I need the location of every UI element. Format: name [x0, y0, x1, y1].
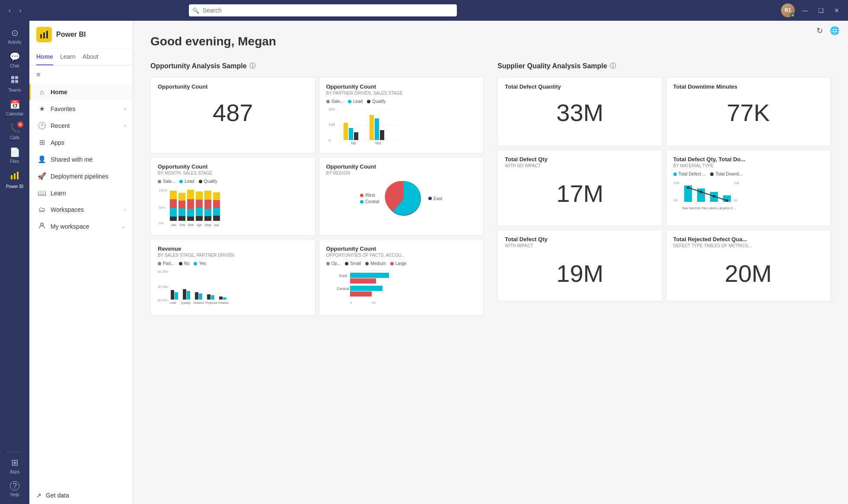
tile-defect-material-subtitle: BY MATERIAL TYPE	[673, 163, 824, 168]
sidebar-item-learn[interactable]: 📖 Learn	[29, 185, 133, 201]
tile-defect-no-impact-title: Total Defect Qty	[505, 156, 655, 163]
avatar[interactable]: R1	[781, 3, 795, 17]
svg-text:100: 100	[328, 122, 335, 127]
activity-icon: ⊙	[11, 28, 19, 38]
svg-text:0: 0	[328, 138, 331, 143]
supplier-info-icon[interactable]: ⓘ	[610, 62, 616, 70]
workspaces-icon: 🗂	[38, 206, 46, 214]
tile-total-rejected[interactable]: Total Rejected Defect Qua... DEFECT TYPE…	[666, 230, 831, 301]
tile-opp-facts-legend: Op... Small Medium Large	[326, 261, 477, 266]
svg-text:50%: 50%	[159, 206, 166, 210]
recent-chevron-icon: ›	[124, 123, 126, 129]
svg-point-93	[687, 186, 689, 189]
apps-rail-icon: ⊞	[11, 457, 19, 468]
tile-total-defect-qty[interactable]: Total Defect Quantity 33M	[497, 77, 663, 146]
rail-item-activity-label: Activity	[8, 40, 22, 45]
rail-item-powerbi[interactable]: Power BI	[3, 167, 27, 192]
tile-total-downtime[interactable]: Total Downtime Minutes 77K	[666, 77, 831, 146]
sidebar-item-deployment[interactable]: 🚀 Deployment pipelines	[29, 168, 133, 185]
svg-point-94	[700, 191, 702, 193]
app-layout: ⊙ Activity 💬 Chat Teams 📅 Calendar 📞	[0, 21, 848, 504]
minimize-button[interactable]: —	[798, 5, 811, 16]
tab-home[interactable]: Home	[36, 49, 53, 65]
myworkspace-icon	[38, 222, 46, 231]
rail-item-apps-label: Apps	[10, 469, 20, 474]
rail-item-help[interactable]: ? Help	[3, 478, 27, 501]
sidebar-item-shared[interactable]: 👤 Shared with me	[29, 151, 133, 168]
opportunity-tiles-grid: Opportunity Count 487 Opportunity Count …	[150, 77, 484, 316]
tile-opp-month[interactable]: Opportunity Count BY MONTH, SALES STAGE …	[150, 157, 316, 236]
nav-forward-button[interactable]: ›	[16, 5, 25, 16]
svg-text:10M: 10M	[673, 182, 679, 185]
sidebar-item-deployment-label: Deployment pipelines	[51, 173, 108, 180]
get-data-button[interactable]: ↗ Get data	[29, 487, 133, 504]
tile-opp-partner-legend: Sale... Lead Qualify	[326, 99, 477, 104]
svg-text:Jun: Jun	[214, 223, 219, 227]
svg-rect-67	[199, 293, 202, 300]
sidebar-item-shared-label: Shared with me	[51, 156, 92, 163]
tile-opp-region[interactable]: Opportunity Count BY REGION West Central	[319, 157, 484, 236]
svg-rect-30	[170, 208, 177, 217]
svg-rect-33	[179, 201, 185, 208]
search-input[interactable]	[189, 4, 457, 16]
tile-total-defect-qty-value: 33M	[505, 91, 655, 134]
svg-rect-36	[187, 190, 194, 199]
hamburger-button[interactable]: ≡	[29, 66, 133, 84]
tab-about[interactable]: About	[83, 49, 99, 65]
nav-back-button[interactable]: ‹	[5, 5, 14, 16]
sidebar-item-myworkspace[interactable]: My workspace ⌄	[29, 218, 133, 235]
tile-defect-material-chart: 10M 0M 10K 0K	[673, 179, 824, 220]
rail-item-calls[interactable]: 📞 ● Calls	[3, 120, 27, 144]
rail-item-apps[interactable]: ⊞ Apps	[3, 454, 27, 478]
svg-text:Yes: Yes	[375, 141, 381, 145]
learn-icon: 📖	[38, 189, 46, 197]
svg-text:Finalize: Finalize	[218, 301, 229, 304]
tile-total-defect-qty-title: Total Defect Quantity	[505, 83, 655, 90]
tile-opp-facts[interactable]: Opportunity Count OPPORTUNITIES OF FACTS…	[319, 239, 484, 316]
rail-item-chat[interactable]: 💬 Chat	[3, 48, 27, 72]
svg-rect-29	[170, 199, 177, 208]
maximize-button[interactable]: ❑	[815, 5, 827, 16]
sidebar-item-recent[interactable]: 🕐 Recent ›	[29, 117, 133, 134]
svg-rect-38	[187, 209, 194, 217]
help-rail-icon: ?	[10, 481, 19, 491]
svg-rect-19	[354, 132, 358, 140]
tile-defect-material[interactable]: Total Defect Qty, Total Do... BY MATERIA…	[666, 150, 831, 226]
title-bar-right: R1 — ❑ ✕	[781, 3, 843, 17]
sidebar-item-apps[interactable]: ⊞ Apps	[29, 134, 133, 151]
svg-rect-46	[204, 209, 211, 216]
rail-item-files[interactable]: 📄 Files	[3, 144, 27, 167]
tile-revenue[interactable]: Revenue BY SALES STAGE, PARTNER DRIVEN P…	[150, 239, 316, 316]
svg-rect-1	[15, 76, 18, 79]
tile-opp-count[interactable]: Opportunity Count 487	[150, 77, 316, 153]
svg-rect-9	[46, 31, 48, 38]
tile-defect-impact[interactable]: Total Defect Qty WITH IMPACT 19M	[497, 230, 663, 301]
tab-learn[interactable]: Learn	[60, 49, 76, 65]
rail-item-activity[interactable]: ⊙ Activity	[3, 24, 27, 48]
favorites-chevron-icon: ›	[124, 106, 126, 112]
teams-icon	[10, 75, 19, 86]
sidebar-item-workspaces[interactable]: 🗂 Workspaces ›	[29, 201, 133, 218]
svg-text:0%: 0%	[159, 221, 164, 225]
sidebar-item-recent-label: Recent	[51, 122, 70, 129]
svg-rect-49	[213, 200, 220, 208]
calls-badge: ●	[17, 121, 23, 128]
refresh-button[interactable]: ↻	[816, 26, 823, 35]
svg-text:Carton C...: Carton C...	[721, 207, 736, 210]
svg-rect-18	[349, 128, 353, 140]
recent-icon: 🕐	[38, 121, 46, 130]
svg-rect-65	[187, 291, 190, 300]
tile-opp-partner[interactable]: Opportunity Count BY PARTNER DRIVEN, SAL…	[319, 77, 484, 153]
sidebar-item-home[interactable]: ⌂ Home	[29, 84, 133, 100]
rail-item-teams[interactable]: Teams	[3, 72, 27, 96]
opportunity-info-icon[interactable]: ⓘ	[249, 62, 255, 70]
sidebar-item-favorites[interactable]: ★ Favorites ›	[29, 100, 133, 117]
svg-rect-63	[175, 292, 178, 300]
close-button[interactable]: ✕	[831, 5, 843, 16]
tile-defect-no-impact[interactable]: Total Defect Qty WITH NO IMPACT 17M	[497, 150, 663, 226]
rail-item-calendar[interactable]: 📅 Calendar	[3, 96, 27, 120]
search-bar: 🔍	[189, 4, 457, 16]
svg-rect-47	[204, 216, 211, 221]
globe-button[interactable]: 🌐	[830, 26, 839, 35]
supplier-section-title: Supplier Quality Analysis Sample ⓘ	[497, 62, 831, 70]
